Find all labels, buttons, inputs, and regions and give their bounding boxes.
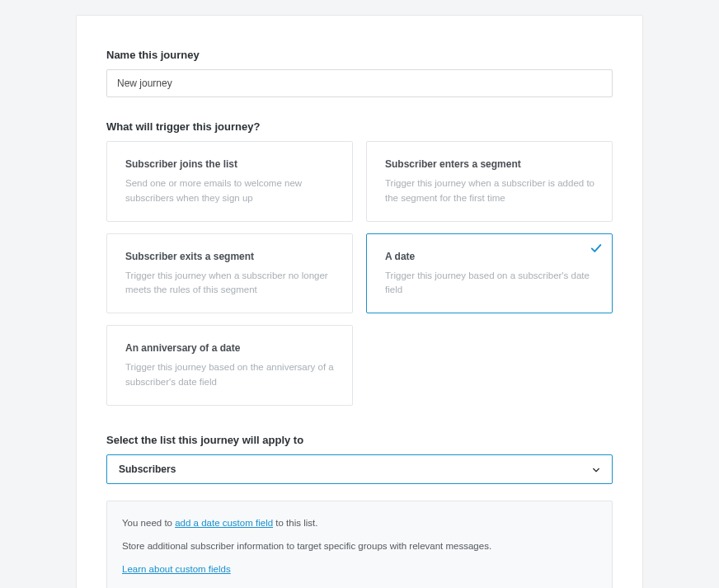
list-select-value: Subscribers bbox=[119, 463, 176, 475]
trigger-option-title: A date bbox=[385, 251, 597, 262]
chevron-down-icon bbox=[592, 465, 600, 473]
info-text: You need to bbox=[122, 518, 175, 528]
trigger-option-enters-segment[interactable]: Subscriber enters a segment Trigger this… bbox=[366, 141, 613, 222]
trigger-option-desc: Trigger this journey based on a subscrib… bbox=[385, 269, 597, 299]
trigger-option-desc: Trigger this journey when a subscriber i… bbox=[385, 176, 597, 206]
trigger-option-title: An anniversary of a date bbox=[125, 342, 337, 354]
trigger-option-a-date[interactable]: A date Trigger this journey based on a s… bbox=[366, 233, 613, 314]
trigger-option-desc: Send one or more emails to welcome new s… bbox=[125, 176, 337, 206]
list-section-label: Select the list this journey will apply … bbox=[106, 434, 613, 446]
journey-setup-panel: Name this journey What will trigger this… bbox=[76, 15, 643, 588]
journey-name-input[interactable] bbox=[106, 69, 613, 97]
info-text: to this list. bbox=[273, 518, 317, 528]
name-journey-label: Name this journey bbox=[106, 49, 613, 61]
trigger-section-label: What will trigger this journey? bbox=[106, 120, 613, 133]
trigger-option-title: Subscriber exits a segment bbox=[125, 251, 337, 262]
learn-custom-fields-link[interactable]: Learn about custom fields bbox=[122, 564, 231, 574]
trigger-option-desc: Trigger this journey based on the annive… bbox=[125, 360, 337, 390]
trigger-option-anniversary[interactable]: An anniversary of a date Trigger this jo… bbox=[106, 325, 353, 406]
trigger-option-title: Subscriber enters a segment bbox=[385, 158, 597, 170]
info-line-1: You need to add a date custom field to t… bbox=[122, 516, 597, 529]
check-icon bbox=[590, 242, 602, 254]
trigger-options-grid: Subscriber joins the list Send one or mo… bbox=[106, 141, 613, 313]
custom-field-info-box: You need to add a date custom field to t… bbox=[106, 501, 613, 588]
trigger-option-joins-list[interactable]: Subscriber joins the list Send one or mo… bbox=[106, 141, 353, 222]
info-line-2: Store additional subscriber information … bbox=[122, 539, 597, 553]
trigger-option-title: Subscriber joins the list bbox=[125, 158, 337, 170]
list-select[interactable]: Subscribers bbox=[106, 454, 613, 484]
trigger-option-exits-segment[interactable]: Subscriber exits a segment Trigger this … bbox=[106, 233, 353, 314]
add-date-custom-field-link[interactable]: add a date custom field bbox=[175, 518, 273, 528]
trigger-option-desc: Trigger this journey when a subscriber n… bbox=[125, 269, 337, 299]
